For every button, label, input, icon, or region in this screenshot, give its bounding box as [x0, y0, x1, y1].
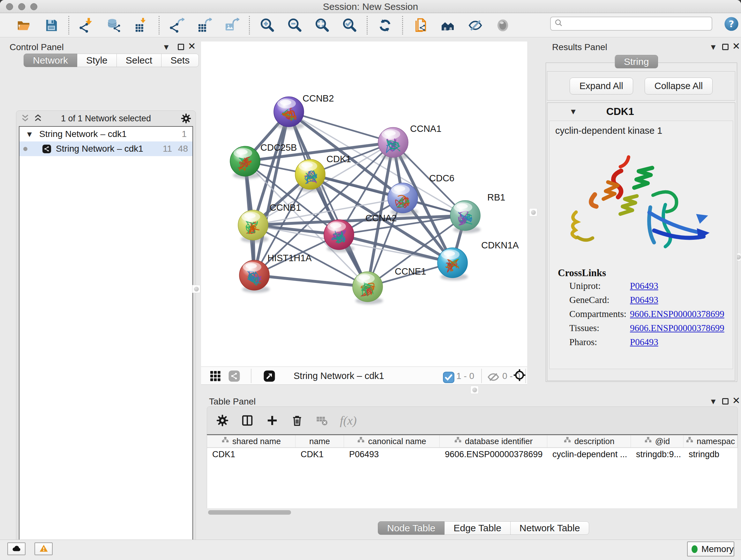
houses-icon[interactable]: [439, 15, 457, 36]
control-panel-float-button[interactable]: [176, 42, 186, 52]
title-bar: Session: New Session: [0, 0, 741, 13]
table-cell[interactable]: stringdb:9...: [631, 448, 684, 461]
search-input[interactable]: [563, 18, 712, 29]
memory-button[interactable]: Memory: [687, 542, 734, 557]
splitter-grip-left[interactable]: [192, 285, 200, 293]
cloud-button[interactable]: [7, 543, 25, 555]
node-label-RB1: RB1: [487, 192, 505, 202]
table-cell[interactable]: stringdb: [684, 448, 738, 461]
zoom-selected-icon[interactable]: [340, 15, 358, 36]
table-panel-close-button[interactable]: ✕: [731, 396, 741, 406]
table-cell[interactable]: CDK1: [295, 448, 344, 461]
grid-view-icon[interactable]: [209, 370, 222, 382]
tab-network[interactable]: Network: [23, 54, 77, 67]
export-network-icon[interactable]: [168, 15, 186, 36]
table-row[interactable]: CDK1CDK1P064939606.ENSP00000378699cyclin…: [207, 448, 738, 461]
table-panel-float-button[interactable]: [720, 396, 731, 406]
save-icon[interactable]: [42, 15, 60, 36]
tab-network-table[interactable]: Network Table: [511, 521, 590, 535]
entry-collapse-icon[interactable]: ▼: [571, 108, 576, 115]
node-label-CCNA2: CCNA2: [365, 213, 397, 223]
results-panel-menu-button[interactable]: ▼: [708, 42, 719, 52]
column-header-@id[interactable]: @id: [631, 435, 684, 447]
node-highlight: [330, 223, 341, 228]
collapse-all-button[interactable]: Collapse All: [645, 78, 713, 95]
column-header-name[interactable]: name: [295, 435, 344, 447]
table-settings-icon[interactable]: [215, 414, 229, 428]
delete-column-icon[interactable]: [290, 414, 304, 428]
crosslink-label: Pharos:: [569, 337, 597, 348]
crosslink-link[interactable]: 9606.ENSP00000378699: [630, 323, 724, 333]
table-cell[interactable]: 9606.ENSP00000378699: [440, 448, 547, 461]
create-column-icon[interactable]: [265, 414, 279, 428]
warning-button[interactable]: [35, 543, 53, 555]
tab-style[interactable]: Style: [77, 54, 117, 67]
share-view-icon[interactable]: [228, 370, 241, 382]
crosshair-icon[interactable]: [513, 369, 526, 381]
toolbar-separator: [68, 16, 69, 35]
network-tree-root-row[interactable]: ▼ String Network – cdk1 1: [19, 127, 192, 141]
column-header-database-identifier[interactable]: database identifier: [440, 435, 547, 447]
tab-string[interactable]: String: [615, 55, 658, 68]
crosslink-link[interactable]: P06493: [630, 337, 658, 348]
network-tree-row[interactable]: String Network – cdk1 11 48: [19, 141, 192, 156]
export-table-icon[interactable]: [195, 15, 213, 36]
column-header-description[interactable]: description: [547, 435, 631, 447]
eye-sphere-icon[interactable]: [494, 15, 512, 36]
table-cell[interactable]: CDK1: [207, 448, 295, 461]
column-header-shared-name[interactable]: shared name: [207, 435, 295, 447]
tree-collapse-icon[interactable]: ▼: [27, 131, 32, 138]
crosslink-link[interactable]: P06493: [630, 281, 658, 291]
column-header-canonical-name[interactable]: canonical name: [344, 435, 440, 447]
splitter-grip-bottom[interactable]: [470, 386, 479, 394]
zoom-out-icon[interactable]: [286, 15, 304, 36]
open-folder-icon[interactable]: [15, 15, 32, 36]
results-panel-close-button[interactable]: ✕: [731, 42, 741, 51]
zoom-fit-icon[interactable]: [313, 15, 331, 36]
main-toolbar: ?: [0, 13, 741, 37]
network-edge[interactable]: [289, 112, 393, 142]
crosslink-row: Compartments:9606.ENSP00000378699: [549, 309, 733, 323]
column-header-namespac[interactable]: namespac: [684, 435, 738, 447]
results-panel: Results Panel ▼ ✕ String Expand All Coll…: [544, 42, 737, 396]
entry-name: CDK1: [606, 106, 634, 118]
eye-slash-icon[interactable]: [466, 15, 484, 36]
gear-icon[interactable]: [180, 112, 192, 125]
export-image-icon[interactable]: [223, 15, 241, 36]
table-cell[interactable]: cyclin-dependent ...: [547, 448, 631, 461]
search-box[interactable]: [550, 17, 712, 30]
node-highlight: [444, 251, 455, 256]
node-label-HIST1H1A: HIST1H1A: [267, 253, 312, 263]
zoom-in-icon[interactable]: [258, 15, 276, 36]
node-table[interactable]: shared namenamecanonical namedatabase id…: [207, 434, 738, 508]
control-panel-close-button[interactable]: ✕: [186, 42, 197, 51]
control-panel-menu-button[interactable]: ▼: [161, 42, 172, 52]
help-button[interactable]: ?: [724, 16, 739, 32]
birds-eye-view-icon[interactable]: [263, 370, 276, 382]
table-cell[interactable]: P06493: [344, 448, 440, 461]
network-list-container: 1 of 1 Network selected ▼ String Network…: [16, 111, 196, 560]
network-canvas[interactable]: CCNB2CCNA1CDC25BCDK1CDC6RB1CCNB1CCNA2CDK…: [201, 42, 527, 367]
import-table-icon[interactable]: [132, 15, 150, 36]
tab-sets[interactable]: Sets: [161, 54, 199, 67]
crosslink-row: Tissues:9606.ENSP00000378699: [549, 323, 733, 337]
import-database-icon[interactable]: [105, 15, 123, 36]
tab-select[interactable]: Select: [117, 54, 161, 67]
expand-all-button[interactable]: Expand All: [569, 78, 633, 95]
splitter-grip-right[interactable]: [529, 208, 537, 216]
selected-checkbox-icon[interactable]: [442, 371, 453, 381]
tab-node-table[interactable]: Node Table: [378, 521, 445, 535]
crosslink-link[interactable]: P06493: [630, 295, 658, 305]
network-view-toolbar: String Network – cdk1 1 - 0 0 - 0: [201, 367, 527, 385]
network-edge[interactable]: [254, 112, 289, 275]
table-horizontal-scrollbar[interactable]: [208, 510, 291, 515]
show-columns-icon[interactable]: [240, 414, 254, 428]
results-panel-float-button[interactable]: [720, 42, 731, 52]
import-network-icon[interactable]: [77, 15, 95, 36]
crosslink-link[interactable]: 9606.ENSP00000378699: [630, 309, 724, 319]
refresh-icon[interactable]: [376, 15, 394, 36]
table-panel-menu-button[interactable]: ▼: [708, 396, 719, 406]
document-network-icon[interactable]: [411, 15, 429, 36]
hidden-eye-icon[interactable]: [487, 371, 498, 382]
tab-edge-table[interactable]: Edge Table: [445, 521, 511, 535]
